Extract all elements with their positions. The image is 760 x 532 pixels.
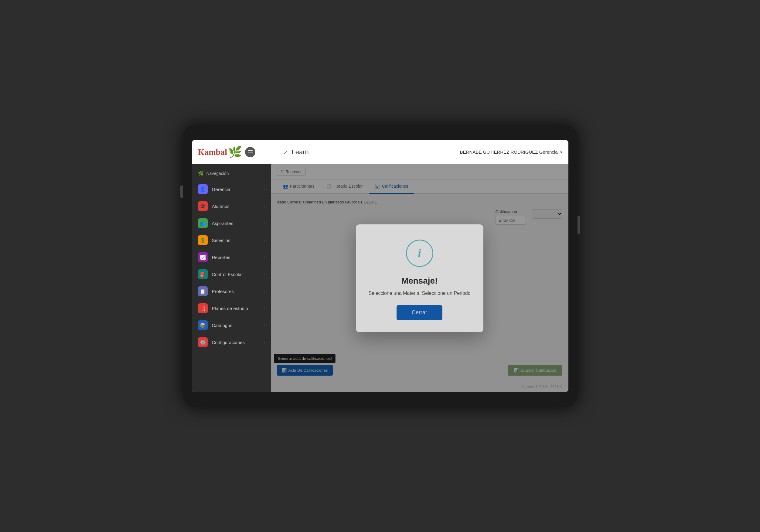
modal-info-circle: i [406, 240, 433, 267]
catalogos-icon: 📦 [198, 320, 208, 330]
user-name-label: BERNABE GUTIERREZ RODRIGUEZ Gerencia [460, 149, 558, 155]
sidebar-item-reportes[interactable]: 📈 Reportes › [192, 249, 271, 266]
alumnos-icon: 🎓 [198, 201, 208, 211]
servicios-chevron: › [263, 238, 265, 242]
gerencia-label: Gerencia [212, 187, 259, 192]
sidebar-item-configuraciones[interactable]: ⚙️ Configuraciones › [192, 334, 271, 351]
reportes-chevron: › [263, 255, 265, 259]
reportes-label: Reportes [212, 255, 259, 260]
header: Kambal 🌿 ⤢ Learn BERNABE GUTIERREZ RODRI… [192, 140, 568, 164]
sidebar-item-aspirantes[interactable]: 👥 Aspirantes › [192, 215, 271, 232]
main-layout: 🌿 Navegación 👤 Gerencia › 🎓 Alumnos › 👥 … [192, 164, 568, 392]
hamburger-line [248, 152, 253, 152]
profesores-icon: 📋 [198, 286, 208, 296]
nav-leaf-icon: 🌿 [198, 170, 204, 176]
control-escolar-label: Control Escolar [212, 272, 259, 277]
alumnos-chevron: › [263, 204, 265, 208]
logo-text: Kambal [198, 147, 227, 157]
gerencia-icon: 👤 [198, 184, 208, 194]
planes-estudio-icon: 📕 [198, 303, 208, 313]
volume-button [180, 185, 183, 198]
content-area: ☐ Regresar 👥 Participantes 🕐 Horario Esc… [271, 164, 568, 392]
sidebar-item-control-escolar[interactable]: 🎒 Control Escolar › [192, 266, 271, 283]
servicios-label: Servicios [212, 238, 259, 243]
sidebar-item-alumnos[interactable]: 🎓 Alumnos › [192, 198, 271, 215]
catalogos-chevron: › [263, 323, 265, 327]
power-button [578, 216, 580, 234]
planes-estudio-chevron: › [263, 306, 265, 310]
sidebar-item-gerencia[interactable]: 👤 Gerencia › [192, 181, 271, 198]
message-modal: i Mensaje! Seleccione una Materia. Selec… [356, 224, 483, 332]
user-dropdown-arrow[interactable]: ▾ [560, 150, 562, 155]
header-middle: ⤢ Learn [283, 148, 309, 156]
configuraciones-label: Configuraciones [212, 340, 259, 345]
nav-label: 🌿 Navegación [192, 170, 271, 181]
aspirantes-chevron: › [263, 221, 265, 225]
modal-title: Mensaje! [368, 276, 471, 286]
planes-estudio-label: Planes de estudio [212, 306, 259, 311]
modal-info-icon: i [418, 246, 421, 260]
sidebar-item-planes-estudio[interactable]: 📕 Planes de estudio › [192, 300, 271, 317]
modal-close-button[interactable]: Cerrar [397, 305, 443, 320]
hamburger-line [248, 154, 253, 154]
gerencia-chevron: › [263, 187, 265, 191]
profesores-chevron: › [263, 289, 265, 293]
aspirantes-label: Aspirantes [212, 221, 259, 226]
control-escolar-chevron: › [263, 272, 265, 276]
header-right: BERNABE GUTIERREZ RODRIGUEZ Gerencia ▾ [460, 149, 562, 155]
control-escolar-icon: 🎒 [198, 269, 208, 279]
configuraciones-icon: ⚙️ [198, 337, 208, 347]
logo-area: Kambal 🌿 [198, 146, 277, 159]
hamburger-button[interactable] [245, 147, 255, 157]
sidebar-item-servicios[interactable]: 💲 Servicios › [192, 232, 271, 249]
modal-overlay[interactable]: i Mensaje! Seleccione una Materia. Selec… [271, 164, 568, 392]
alumnos-label: Alumnos [212, 204, 259, 209]
logo-leaf-icon: 🌿 [228, 146, 242, 159]
servicios-icon: 💲 [198, 235, 208, 245]
sidebar-item-profesores[interactable]: 📋 Profesores › [192, 283, 271, 300]
configuraciones-chevron: › [263, 340, 265, 344]
nav-label-text: Navegación [207, 171, 229, 176]
sidebar: 🌿 Navegación 👤 Gerencia › 🎓 Alumnos › 👥 … [192, 164, 271, 392]
hamburger-line [248, 150, 253, 151]
modal-message: Seleccione una Materia. Seleccione un Pe… [368, 291, 471, 296]
expand-icon[interactable]: ⤢ [283, 149, 288, 156]
reportes-icon: 📈 [198, 252, 208, 262]
profesores-label: Profesores [212, 289, 259, 294]
app-name-label: Learn [292, 148, 309, 156]
sidebar-item-catalogos[interactable]: 📦 Catálogos › [192, 317, 271, 334]
catalogos-label: Catálogos [212, 323, 259, 328]
aspirantes-icon: 👥 [198, 218, 208, 228]
